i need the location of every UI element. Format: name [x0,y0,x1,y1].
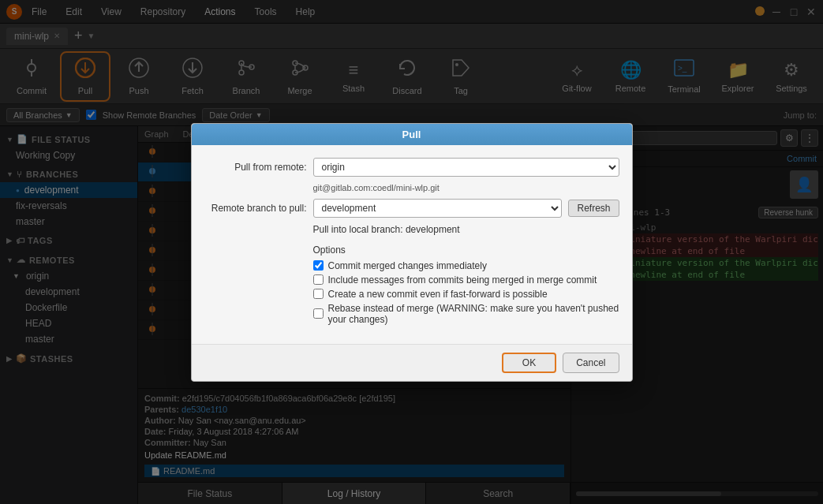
modal-title: Pull [192,124,632,145]
commit-merged-label: Commit merged changes immediately [328,260,487,271]
ok-button[interactable]: OK [502,353,556,373]
rebase-checkbox[interactable] [313,308,324,319]
create-commit-label: Create a new commit even if fast-forward… [328,289,548,300]
modal-body: Pull from remote: origin git@gitlab.com:… [192,145,632,344]
remote-branch-select[interactable]: development [313,199,563,218]
remote-url-text: git@gitlab.com:coedl/mini-wlp.git [313,183,619,192]
rebase-label: Rebase instead of merge (WARNING: make s… [328,303,619,325]
refresh-button[interactable]: Refresh [568,200,619,217]
modal-footer: OK Cancel [192,344,632,381]
options-section: Options Commit merged changes immediatel… [313,245,619,325]
modal-overlay: Pull Pull from remote: origin git@gitlab… [0,0,823,504]
create-commit-checkbox[interactable] [313,289,324,299]
commit-merged-checkbox[interactable] [313,260,324,271]
pull-dialog: Pull Pull from remote: origin git@gitlab… [191,123,633,382]
remote-branch-row: Remote branch to pull: development Refre… [204,199,619,218]
options-title: Options [313,245,619,256]
pull-from-remote-label: Pull from remote: [204,162,307,173]
include-messages-label: Include messages from commits being merg… [328,274,597,286]
remote-branch-label: Remote branch to pull: [204,203,307,214]
checkbox-row-1: Include messages from commits being merg… [313,274,619,286]
checkbox-row-0: Commit merged changes immediately [313,260,619,271]
checkbox-row-3: Rebase instead of merge (WARNING: make s… [313,303,619,325]
include-messages-checkbox[interactable] [313,274,324,285]
checkbox-row-2: Create a new commit even if fast-forward… [313,289,619,300]
pull-from-remote-select[interactable]: origin [313,158,619,177]
pull-into-local-info: Pull into local branch: development [313,224,619,235]
cancel-button[interactable]: Cancel [563,353,619,373]
pull-from-remote-row: Pull from remote: origin [204,158,619,177]
